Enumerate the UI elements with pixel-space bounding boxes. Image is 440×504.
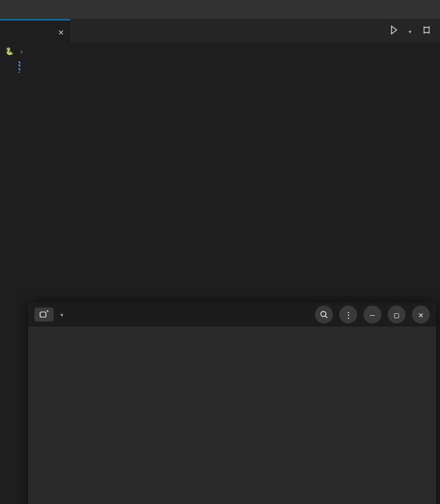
- chevron-down-icon[interactable]: ▾: [408, 28, 412, 35]
- line-gutter: [0, 59, 22, 504]
- editor-actions: ▾: [389, 24, 440, 38]
- svg-line-2: [325, 316, 327, 318]
- breadcrumb[interactable]: 🐍 ›: [0, 43, 440, 59]
- python-file-icon: 🐍: [5, 47, 14, 56]
- window-titlebar: [0, 0, 440, 19]
- svg-rect-0: [40, 312, 46, 317]
- new-tab-button[interactable]: [34, 308, 54, 322]
- compare-icon[interactable]: [421, 24, 432, 38]
- minimize-icon[interactable]: —: [363, 306, 381, 323]
- close-icon[interactable]: ✕: [59, 27, 64, 37]
- tab-bar: ✕ ▾: [0, 19, 440, 43]
- maximize-icon[interactable]: ▢: [388, 306, 406, 323]
- terminal-titlebar[interactable]: ▾ ⋮ — ▢ ✕: [28, 302, 436, 327]
- menu-icon[interactable]: ⋮: [339, 306, 357, 323]
- breadcrumb-separator: ›: [19, 47, 24, 56]
- close-icon[interactable]: ✕: [412, 306, 430, 323]
- tab-mainpy[interactable]: ✕: [0, 19, 70, 43]
- svg-point-1: [321, 311, 326, 316]
- search-icon[interactable]: [315, 306, 333, 323]
- run-icon[interactable]: [389, 25, 399, 38]
- terminal-window: ▾ ⋮ — ▢ ✕: [28, 302, 436, 504]
- terminal-output[interactable]: [28, 327, 436, 504]
- tab-dropdown-icon[interactable]: ▾: [57, 309, 66, 321]
